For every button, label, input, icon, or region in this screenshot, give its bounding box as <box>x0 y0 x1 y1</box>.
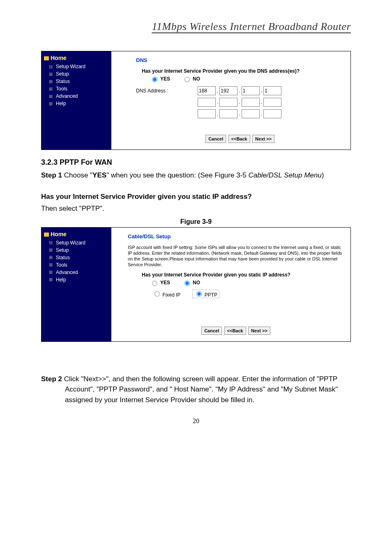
back-button[interactable]: <<Back <box>224 327 246 335</box>
then-select: Then select "PPTP". <box>41 203 351 214</box>
section-heading: 3.2.3 PPTP For WAN <box>41 158 351 167</box>
sidebar-item-setup[interactable]: ⊞Setup <box>43 246 110 254</box>
radio-yes[interactable]: YES <box>150 279 170 286</box>
ip-octet[interactable] <box>198 109 216 118</box>
page-number: 20 <box>41 417 351 425</box>
radio-no[interactable]: NO <box>182 279 200 286</box>
cabledsl-description: ISP account with fixed IP setting: Some … <box>128 244 344 268</box>
ip-octet[interactable] <box>242 98 260 107</box>
radio-pptp[interactable]: PPTP <box>193 290 219 298</box>
cancel-button[interactable]: Cancel <box>201 327 222 335</box>
content-title-cabledsl: Cable/DSL Setup <box>128 233 344 240</box>
step2-text: Step 2 Click "Next>>", and then the foll… <box>41 374 351 405</box>
figure-caption: Figure 3-9 <box>41 218 351 226</box>
radio-no-input[interactable] <box>184 77 190 82</box>
sidebar-item-setup[interactable]: ⊞Setup <box>43 70 110 78</box>
step1-text: Step 1 Choose "YES" when you see the que… <box>41 170 351 181</box>
back-button[interactable]: <<Back <box>228 135 250 143</box>
next-button[interactable]: Next >> <box>248 327 270 335</box>
radio-yes-input[interactable] <box>152 77 157 82</box>
home-icon <box>44 233 49 237</box>
cancel-button[interactable]: Cancel <box>205 135 226 143</box>
doc-header-title: 11Mbps Wireless Internet Broadband Route… <box>41 21 351 33</box>
screenshot-cabledsl: Home ⊟Setup Wizard ⊞Setup ⊞Status ⊞Tools… <box>41 227 351 342</box>
next-button[interactable]: Next >> <box>252 135 274 143</box>
screenshot-dns: Home ⊟Setup Wizard ⊞Setup ⊞Status ⊞Tools… <box>41 51 351 150</box>
static-ip-question: Has your Internet Service Provider given… <box>41 191 351 202</box>
dns-address-1: . . . <box>198 86 281 95</box>
sidebar-item-tools[interactable]: ⊞Tools <box>43 85 110 92</box>
radio-pptp-input[interactable] <box>196 291 202 297</box>
cabledsl-question: Has your Internet Service Provider given… <box>142 272 344 278</box>
dns-address-2: . . . <box>198 98 281 107</box>
dns-address-3: . . . <box>198 109 281 118</box>
ip-octet[interactable] <box>263 98 281 107</box>
ip-octet[interactable] <box>198 98 216 107</box>
radio-fixed-ip[interactable]: Fixed IP <box>152 290 180 298</box>
radio-no-input[interactable] <box>184 281 190 286</box>
sidebar-item-advanced[interactable]: ⊞Advanced <box>43 92 110 100</box>
radio-yes[interactable]: YES <box>150 76 170 82</box>
ip-octet[interactable] <box>263 109 281 118</box>
sidebar-item-help[interactable]: ⊞Help <box>43 100 110 107</box>
sidebar-home[interactable]: Home <box>43 54 110 63</box>
sidebar-item-setup-wizard[interactable]: ⊟Setup Wizard <box>43 239 110 246</box>
ip-octet[interactable] <box>263 86 281 95</box>
ip-octet[interactable] <box>242 109 260 118</box>
content-dns: DNS Has your Internet Service Provider g… <box>111 51 350 150</box>
radio-fixed-ip-input[interactable] <box>154 291 160 297</box>
ip-octet[interactable] <box>219 98 238 107</box>
radio-no[interactable]: NO <box>182 76 200 82</box>
home-icon <box>44 56 49 60</box>
sidebar-item-status[interactable]: ⊞Status <box>43 254 110 261</box>
sidebar-item-help[interactable]: ⊞Help <box>43 276 110 283</box>
ip-octet[interactable] <box>219 109 238 118</box>
sidebar: Home ⊟Setup Wizard ⊞Setup ⊞Status ⊞Tools… <box>42 228 111 341</box>
sidebar: Home ⊟Setup Wizard ⊞Setup ⊞Status ⊞Tools… <box>42 51 111 150</box>
dns-address-label: DNS Address : <box>136 88 198 94</box>
dns-question: Has your Internet Service Provider given… <box>142 68 344 74</box>
sidebar-item-setup-wizard[interactable]: ⊟Setup Wizard <box>43 63 110 70</box>
ip-octet[interactable] <box>242 86 260 95</box>
sidebar-item-advanced[interactable]: ⊞Advanced <box>43 269 110 276</box>
ip-octet[interactable] <box>219 86 238 95</box>
sidebar-item-tools[interactable]: ⊞Tools <box>43 261 110 269</box>
content-cabledsl: Cable/DSL Setup ISP account with fixed I… <box>111 228 350 341</box>
sidebar-home[interactable]: Home <box>43 230 110 239</box>
ip-octet[interactable] <box>198 86 216 95</box>
radio-yes-input[interactable] <box>152 281 157 286</box>
sidebar-item-status[interactable]: ⊞Status <box>43 78 110 85</box>
content-title-dns: DNS <box>136 57 344 63</box>
